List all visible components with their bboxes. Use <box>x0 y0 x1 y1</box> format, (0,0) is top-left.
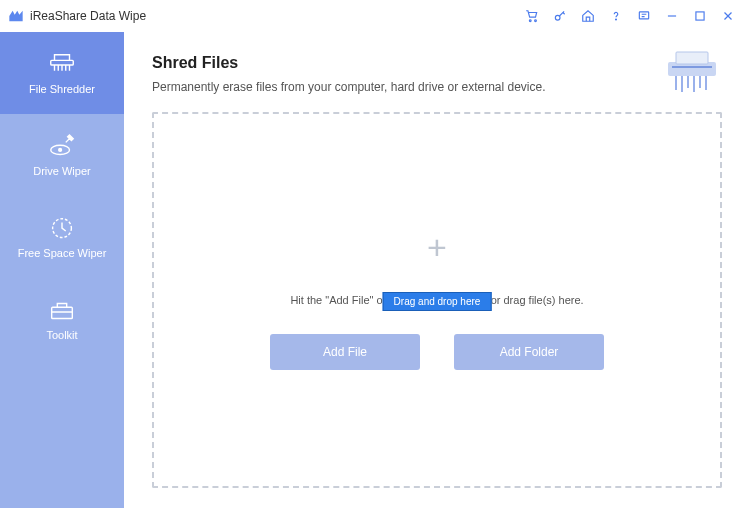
plus-icon: + <box>427 230 447 264</box>
svg-point-2 <box>555 15 560 20</box>
drop-zone-hint: Hit the "Add File" or "Add Folder" butto… <box>290 294 583 306</box>
sidebar-item-toolkit[interactable]: Toolkit <box>0 278 124 360</box>
svg-rect-13 <box>52 307 73 318</box>
close-icon[interactable] <box>716 4 740 28</box>
sidebar-item-free-space-wiper[interactable]: Free Space Wiper <box>0 196 124 278</box>
titlebar: iReaShare Data Wipe <box>0 0 750 32</box>
sidebar-item-label: File Shredder <box>29 83 95 95</box>
svg-rect-6 <box>696 12 704 20</box>
shredder-illustration-icon <box>662 50 722 98</box>
page-heading: Shred Files <box>152 54 722 72</box>
drop-zone[interactable]: + Hit the "Add File" or "Add Folder" but… <box>152 112 722 488</box>
add-file-button[interactable]: Add File <box>270 334 420 370</box>
app-logo-icon <box>8 8 24 24</box>
sidebar: File Shredder Drive Wiper Free Space Wip… <box>0 32 124 508</box>
add-folder-button[interactable]: Add Folder <box>454 334 604 370</box>
page-subtitle: Permanently erase files from your comput… <box>152 80 722 94</box>
app-title: iReaShare Data Wipe <box>30 9 146 23</box>
home-icon[interactable] <box>576 4 600 28</box>
svg-point-3 <box>616 19 617 20</box>
key-icon[interactable] <box>548 4 572 28</box>
sidebar-item-file-shredder[interactable]: File Shredder <box>0 32 124 114</box>
toolbox-icon <box>47 297 77 323</box>
button-row: Add File Add Folder <box>270 334 604 370</box>
svg-rect-16 <box>672 66 712 68</box>
sidebar-item-label: Drive Wiper <box>33 165 90 177</box>
svg-rect-15 <box>676 52 708 64</box>
feedback-icon[interactable] <box>632 4 656 28</box>
shredder-icon <box>47 51 77 77</box>
drag-drop-tooltip: Drag and drop here <box>383 292 492 311</box>
drive-icon <box>47 133 77 159</box>
minimize-icon[interactable] <box>660 4 684 28</box>
svg-rect-9 <box>51 60 74 65</box>
svg-point-0 <box>529 20 531 22</box>
help-icon[interactable] <box>604 4 628 28</box>
maximize-icon[interactable] <box>688 4 712 28</box>
main-area: File Shredder Drive Wiper Free Space Wip… <box>0 32 750 508</box>
sidebar-item-label: Free Space Wiper <box>18 247 107 259</box>
sidebar-item-label: Toolkit <box>46 329 77 341</box>
svg-rect-4 <box>639 12 648 19</box>
clock-icon <box>47 215 77 241</box>
svg-point-1 <box>535 20 537 22</box>
content: Shred Files Permanently erase files from… <box>124 32 750 508</box>
sidebar-item-drive-wiper[interactable]: Drive Wiper <box>0 114 124 196</box>
svg-point-11 <box>59 148 62 151</box>
cart-icon[interactable] <box>520 4 544 28</box>
